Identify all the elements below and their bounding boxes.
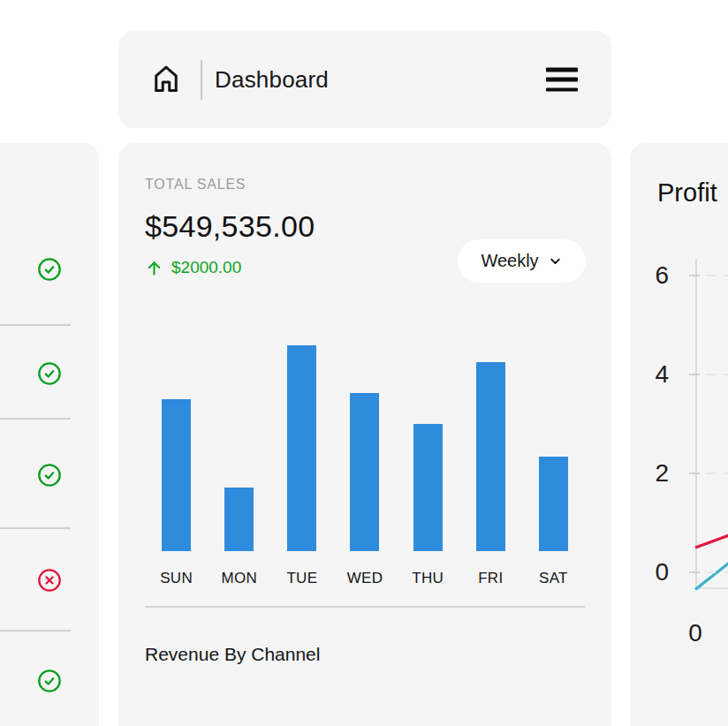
y-tick-label: 0 bbox=[630, 557, 669, 587]
total-sales-amount: $549,535.00 bbox=[145, 209, 315, 244]
bar bbox=[162, 399, 191, 551]
total-sales-card: TOTAL SALES $549,535.00 $2000.00 Weekly … bbox=[118, 143, 611, 726]
line-series-teal bbox=[695, 557, 728, 589]
bar bbox=[350, 393, 379, 551]
bar-column: MON bbox=[208, 488, 270, 587]
page-title: Dashboard bbox=[215, 66, 329, 94]
bar-label: TUE bbox=[286, 570, 317, 587]
status-row-divider bbox=[0, 418, 71, 420]
status-panel bbox=[0, 143, 99, 726]
bar bbox=[413, 424, 443, 551]
period-selector-button[interactable]: Weekly bbox=[458, 239, 586, 283]
check-circle-icon bbox=[37, 257, 62, 282]
status-row-divider bbox=[0, 630, 71, 631]
gridline bbox=[705, 473, 728, 474]
y-tick-mark bbox=[689, 275, 700, 276]
gridline bbox=[705, 374, 728, 375]
bar bbox=[539, 457, 568, 551]
dashboard-page: Dashboard TOTAL SALES $549,535.00 $2000.… bbox=[0, 0, 728, 726]
bar-label: WED bbox=[347, 570, 383, 587]
y-tick-label: 6 bbox=[630, 261, 669, 291]
bar-label: SUN bbox=[160, 570, 193, 587]
delta-indicator: $2000.00 bbox=[145, 258, 241, 277]
hamburger-menu-icon bbox=[546, 68, 578, 72]
chevron-down-icon bbox=[548, 253, 563, 268]
y-tick-mark bbox=[689, 473, 700, 474]
bar-column: SUN bbox=[145, 399, 208, 587]
x-tick-label: 0 bbox=[678, 618, 713, 648]
y-tick-label: 4 bbox=[630, 359, 669, 389]
check-circle-icon bbox=[37, 463, 62, 488]
y-tick-label: 2 bbox=[630, 458, 669, 488]
arrow-up-icon bbox=[145, 259, 163, 277]
y-tick-mark bbox=[689, 571, 700, 573]
total-sales-label: TOTAL SALES bbox=[145, 177, 246, 193]
profit-card: Profit 64200 bbox=[630, 143, 728, 726]
bar-label: SAT bbox=[539, 570, 568, 587]
section-divider bbox=[145, 606, 585, 608]
header-card: Dashboard bbox=[118, 31, 611, 128]
bar bbox=[476, 362, 505, 551]
check-circle-icon bbox=[37, 669, 62, 693]
weekly-sales-bar-chart: SUNMONTUEWEDTHUFRISAT bbox=[145, 331, 585, 587]
bar bbox=[287, 345, 316, 551]
status-row-divider bbox=[0, 324, 71, 326]
status-row-divider bbox=[0, 527, 71, 529]
bar bbox=[224, 488, 254, 551]
y-tick-mark bbox=[689, 374, 700, 375]
bar-label: MON bbox=[221, 570, 257, 587]
bar-column: FRI bbox=[459, 362, 522, 587]
period-selector-label: Weekly bbox=[481, 251, 538, 271]
check-circle-icon bbox=[37, 361, 62, 386]
gridline bbox=[705, 275, 728, 276]
bar-column: WED bbox=[333, 393, 396, 587]
home-icon bbox=[150, 63, 182, 95]
line-series-red bbox=[695, 533, 728, 548]
bar-column: SAT bbox=[522, 457, 585, 587]
delta-amount: $2000.00 bbox=[171, 258, 241, 277]
revenue-by-channel-title: Revenue By Channel bbox=[145, 644, 320, 665]
bar-column: TUE bbox=[270, 345, 333, 587]
gridline bbox=[705, 571, 728, 573]
bar-label: FRI bbox=[478, 570, 503, 587]
home-button[interactable] bbox=[149, 63, 183, 96]
header-divider bbox=[201, 60, 202, 100]
x-circle-icon bbox=[37, 568, 62, 593]
hamburger-menu-button[interactable] bbox=[546, 68, 578, 92]
bar-label: THU bbox=[412, 570, 444, 587]
bar-column: THU bbox=[397, 424, 459, 587]
